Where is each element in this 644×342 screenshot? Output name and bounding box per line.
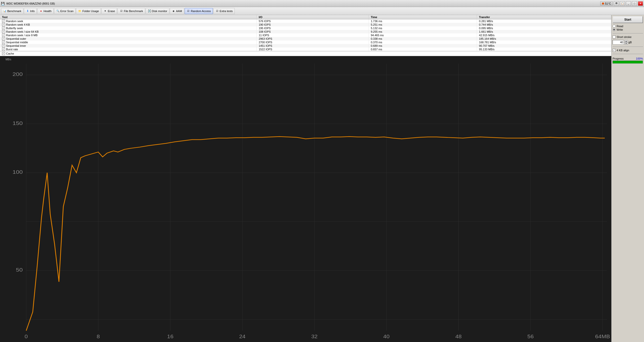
test-name: Random seek / size 8 MB — [6, 34, 37, 37]
row-checkbox-8[interactable]: ✓ — [2, 48, 5, 51]
stroke-up-btn[interactable]: ▲ — [624, 40, 628, 42]
temperature-value: 51°C — [605, 2, 611, 5]
cache-label: Cache — [6, 52, 14, 55]
test-name: Burst rate — [6, 48, 18, 51]
time-cell: 5.251 ms — [369, 23, 477, 26]
health-btn[interactable]: ● Health — [37, 8, 54, 14]
copy-btn[interactable]: 📋 — [620, 1, 625, 6]
svg-text:8: 8 — [97, 334, 100, 339]
svg-text:200: 200 — [13, 71, 23, 77]
row-checkbox-4[interactable]: ✓ — [2, 34, 5, 37]
title-bar-left: 💾 WDC WD80EFBX-68AZZN0 (8001 GB) — [1, 2, 55, 5]
gb-label: gB — [628, 41, 632, 44]
progress-bar-outer — [613, 61, 643, 64]
short-stroke-row: Short stroke — [613, 35, 643, 38]
erase-btn[interactable]: ✦ Erase — [101, 8, 117, 14]
write-radio-item[interactable]: Write — [613, 28, 643, 31]
info-icon: ℹ — [26, 9, 29, 13]
test-name: Sequential inner — [6, 44, 26, 47]
svg-text:100: 100 — [13, 169, 23, 175]
short-stroke-checkbox[interactable] — [613, 35, 616, 38]
file-benchmark-btn[interactable]: ☑ File Benchmark — [117, 8, 145, 14]
chart-svg: 200 150 100 50 0 8 16 24 32 40 48 56 64M… — [0, 56, 611, 342]
progress-text: Progress — [613, 57, 624, 60]
time-cell: 0.657 ms — [369, 48, 477, 51]
align-row: ✓ 4 KB align — [613, 49, 643, 52]
svg-text:0: 0 — [25, 334, 28, 339]
table-row: ✓ Sequential inner 1451 IOPS 0.689 ms 90… — [0, 44, 611, 48]
row-checkbox-0[interactable]: ✓ — [2, 20, 5, 23]
chart-area: MB/s — [0, 56, 611, 342]
info-label: Info — [30, 10, 35, 13]
window-title: WDC WD80EFBX-68AZZN0 (8001 GB) — [6, 2, 55, 5]
toolbar: 📊 Benchmark ℹ Info ● Health 🔍 Error Scan… — [0, 7, 644, 15]
table-row: ✓ Random seek 4 KB 190 IOPS 5.251 ms 0.7… — [0, 23, 611, 26]
short-stroke-label: Short stroke — [617, 35, 631, 38]
svg-text:16: 16 — [167, 334, 173, 339]
test-cell: ✓ Burst rate — [0, 48, 257, 51]
read-radio[interactable] — [613, 25, 616, 28]
aam-icon: ◈ — [172, 9, 175, 13]
transfer-cell: 0.281 MB/s — [477, 19, 611, 23]
progress-section: Progress 100% — [613, 57, 643, 64]
row-checkbox-6[interactable]: ✓ — [2, 41, 5, 44]
folder-usage-icon: 📁 — [78, 9, 82, 13]
error-scan-btn[interactable]: 🔍 Error Scan — [54, 8, 76, 14]
table-row: ✓ Butterfly seek 195 IOPS 5.132 ms 0.095… — [0, 26, 611, 30]
disk-monitor-icon: 💽 — [148, 9, 151, 13]
minimize-btn[interactable]: _ — [626, 1, 631, 6]
random-access-label: Random Access — [191, 10, 211, 13]
screenshot-btn[interactable]: 🖼 — [614, 1, 619, 6]
write-label: Write — [617, 28, 623, 31]
error-scan-icon: 🔍 — [56, 9, 60, 13]
svg-text:24: 24 — [239, 334, 246, 339]
io-cell: 190 IOPS — [257, 23, 369, 26]
benchmark-btn[interactable]: 📊 Benchmark — [1, 8, 23, 14]
random-access-icon: ☑ — [187, 9, 190, 13]
random-access-btn[interactable]: ☑ Random Access — [185, 8, 213, 14]
table-row: ✓ Sequential middle 2700 IOPS 0.370 ms 1… — [0, 40, 611, 44]
svg-text:40: 40 — [383, 334, 390, 339]
row-checkbox-2[interactable]: ✓ — [2, 27, 5, 30]
progress-bar-inner — [613, 61, 643, 63]
read-radio-item[interactable]: Read — [613, 25, 643, 28]
app-icon: 💾 — [1, 2, 5, 5]
test-name: Random seek / size 64 KB — [6, 30, 39, 33]
info-btn[interactable]: ℹ Info — [24, 8, 37, 14]
align-checkbox[interactable]: ✓ — [613, 49, 616, 52]
aam-btn[interactable]: ◈ AAM — [170, 8, 184, 14]
io-cell: 108 IOPS — [257, 30, 369, 33]
io-cell: 195 IOPS — [257, 26, 369, 30]
extra-tests-btn[interactable]: ☑ Extra tests — [213, 8, 235, 14]
col-transfer: Transfer — [477, 15, 611, 19]
row-checkbox-3[interactable]: ✓ — [2, 30, 5, 33]
progress-pct: 100% — [636, 57, 643, 60]
file-benchmark-icon: ☑ — [119, 9, 123, 13]
mbs-label: MB/s — [6, 58, 11, 61]
time-cell: 0.689 ms — [369, 44, 477, 48]
error-scan-label: Error Scan — [60, 10, 74, 13]
start-button[interactable]: Start — [613, 16, 643, 23]
table-row: ✓ Burst rate 1522 IOPS 0.657 ms 95.133 M… — [0, 48, 611, 51]
close-btn[interactable]: ✕ — [638, 1, 643, 6]
stroke-value-group: ▲ ▼ gB — [613, 40, 643, 45]
results-table: Test I/O Time Transfer ✓ Random seek 576… — [0, 15, 611, 51]
folder-usage-btn[interactable]: 📁 Folder Usage — [76, 8, 101, 14]
row-checkbox-1[interactable]: ✓ — [2, 23, 5, 26]
left-panel: Test I/O Time Transfer ✓ Random seek 576… — [0, 15, 611, 342]
row-checkbox-5[interactable]: ✓ — [2, 37, 5, 40]
stroke-value-input[interactable] — [613, 40, 624, 45]
disk-monitor-btn[interactable]: 💽 Disk monitor — [146, 8, 169, 14]
test-cell: ✓ Sequential outer — [0, 37, 257, 40]
cache-checkbox[interactable]: ✓ — [2, 52, 5, 55]
time-cell: 94.465 ms — [369, 33, 477, 37]
io-cell: 1451 IOPS — [257, 44, 369, 48]
row-checkbox-7[interactable]: ✓ — [2, 44, 5, 47]
cache-row: ✓ Cache — [0, 51, 611, 56]
maximize-btn[interactable]: □ — [632, 1, 637, 6]
write-radio[interactable] — [613, 28, 616, 31]
stroke-down-btn[interactable]: ▼ — [624, 42, 628, 45]
extra-tests-label: Extra tests — [220, 10, 233, 13]
svg-text:32: 32 — [311, 334, 317, 339]
time-cell: 0.338 ms — [369, 37, 477, 40]
